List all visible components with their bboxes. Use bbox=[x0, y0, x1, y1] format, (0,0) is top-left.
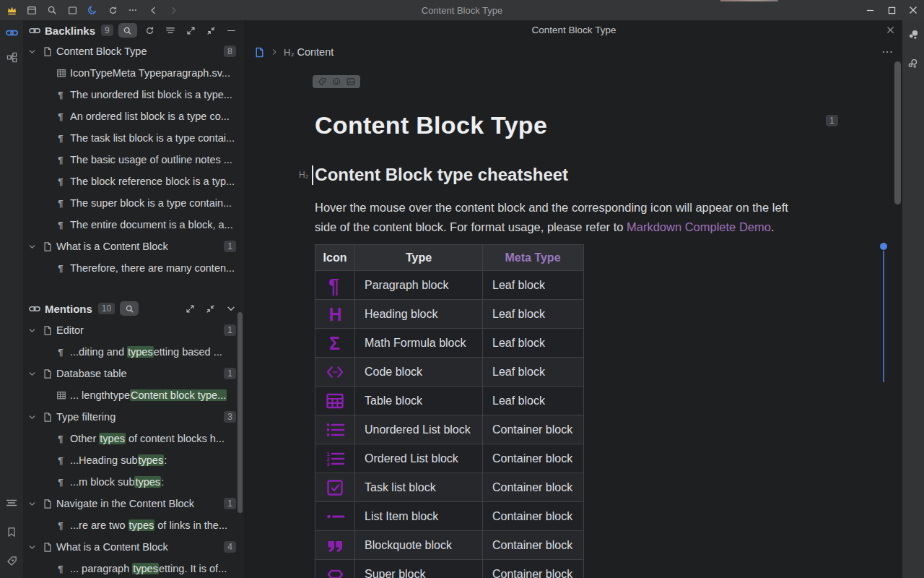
mention-item[interactable]: ¶ ...Heading subtypes: bbox=[23, 449, 245, 471]
bookmark-dock-icon[interactable] bbox=[0, 517, 23, 546]
doc-title[interactable]: Content Block Type bbox=[315, 111, 547, 139]
table-row[interactable]: ¶ Paragraph block Leaf block bbox=[315, 270, 583, 299]
daily-note-icon[interactable] bbox=[26, 4, 38, 16]
mention-item[interactable]: Type filtering 3 bbox=[23, 406, 245, 428]
mention-item[interactable]: ... lengthtypeContent block type... bbox=[23, 384, 245, 406]
backlink-item[interactable]: Content Block Type 8 bbox=[23, 40, 245, 62]
collapse-icon[interactable] bbox=[206, 26, 216, 35]
mention-item[interactable]: ¶ ...re are two types of links in the... bbox=[23, 514, 245, 536]
mention-item[interactable]: ¶ ... paragraph typesetting. It is of... bbox=[23, 558, 245, 578]
sidebar-scrollbar[interactable] bbox=[237, 312, 243, 513]
cell-meta-type[interactable]: Container block bbox=[482, 560, 583, 578]
table-row[interactable]: Unordered List block Container block bbox=[315, 415, 583, 444]
table-row[interactable]: H Heading block Leaf block bbox=[315, 299, 583, 328]
table-row[interactable]: 123 Ordered List block Container block bbox=[315, 444, 583, 473]
chevron-down-icon[interactable] bbox=[27, 499, 38, 509]
chevron-down-icon[interactable] bbox=[27, 413, 38, 422]
mention-item[interactable]: ¶ ...m block subtypes: bbox=[23, 471, 245, 493]
mentions-search-button[interactable] bbox=[120, 301, 139, 316]
cell-type[interactable]: Heading block bbox=[354, 300, 482, 328]
back-icon[interactable] bbox=[147, 4, 159, 16]
cell-meta-type[interactable]: Container block bbox=[482, 502, 583, 530]
collapse-icon[interactable] bbox=[206, 304, 215, 314]
chevron-down-icon[interactable] bbox=[27, 47, 38, 56]
cell-meta-type[interactable]: Container block bbox=[482, 444, 583, 473]
refresh-icon[interactable] bbox=[145, 26, 154, 35]
cell-meta-type[interactable]: Leaf block bbox=[482, 271, 583, 299]
expand-icon[interactable] bbox=[186, 304, 195, 314]
sync-icon[interactable] bbox=[107, 4, 118, 16]
tag-dock-icon[interactable] bbox=[0, 546, 23, 575]
cell-meta-type[interactable]: Container block bbox=[482, 473, 583, 501]
heading-block[interactable]: H₂ Content Block type cheatsheet bbox=[299, 165, 568, 185]
cell-type[interactable]: Super block bbox=[354, 560, 482, 578]
workspace-crown-icon[interactable] bbox=[6, 4, 17, 16]
minimize-button[interactable] bbox=[859, 0, 881, 20]
cell-type[interactable]: Ordered List block bbox=[354, 444, 482, 473]
cell-meta-type[interactable]: Leaf block bbox=[482, 300, 583, 328]
paragraph-block[interactable]: Hover the mouse over the content block a… bbox=[315, 198, 788, 237]
editor-scrollbar[interactable] bbox=[894, 61, 901, 204]
cell-type[interactable]: Table block bbox=[354, 387, 482, 415]
backlink-item[interactable]: ¶ The super block is a type contain... bbox=[23, 192, 245, 214]
link-markdown-complete-demo[interactable]: Markdown Complete Demo bbox=[627, 220, 771, 233]
chevron-down-icon[interactable] bbox=[27, 369, 38, 379]
table-row[interactable]: Table block Leaf block bbox=[315, 386, 583, 415]
plugin-circles-icon[interactable] bbox=[902, 49, 924, 78]
close-button[interactable] bbox=[902, 0, 924, 20]
backlinks-search-button[interactable] bbox=[118, 23, 137, 38]
table-row[interactable]: Super block Container block bbox=[315, 559, 583, 578]
theme-moon-icon[interactable] bbox=[87, 4, 98, 16]
backlink-item[interactable]: ¶ The entire document is a block, a... bbox=[23, 214, 245, 236]
cell-type[interactable]: Paragraph block bbox=[354, 271, 482, 299]
mention-item[interactable]: ¶ ...diting and typesetting based ... bbox=[23, 341, 245, 363]
breadcrumb-more-icon[interactable]: ⋯ bbox=[881, 45, 894, 59]
table-row[interactable]: Task list block Container block bbox=[315, 473, 583, 501]
backlink-item[interactable]: ¶ The task list block is a type contai..… bbox=[23, 127, 245, 149]
expand-doc-icon[interactable] bbox=[165, 25, 175, 35]
more-icon[interactable] bbox=[127, 4, 139, 16]
backlink-dock-icon[interactable] bbox=[0, 20, 23, 45]
tag-icon[interactable] bbox=[318, 77, 326, 86]
backlink-item[interactable]: ¶ The unordered list block is a type... bbox=[23, 84, 245, 105]
graph-dock-icon[interactable] bbox=[0, 45, 23, 69]
backlink-item[interactable]: IconTypeMeta Typeparagraph.sv... bbox=[23, 62, 245, 84]
chevron-down-icon[interactable] bbox=[27, 543, 38, 552]
doc-icon[interactable] bbox=[254, 47, 265, 58]
mention-item[interactable]: What is a Content Block 4 bbox=[23, 536, 245, 558]
cell-meta-type[interactable]: Leaf block bbox=[482, 358, 583, 386]
backlink-item[interactable]: ¶ Therefore, there are many conten... bbox=[23, 257, 245, 279]
mention-item[interactable]: ¶ Other types of content blocks h... bbox=[23, 428, 245, 449]
min-icon[interactable] bbox=[227, 26, 236, 35]
mention-item[interactable]: Database table 1 bbox=[23, 363, 245, 384]
cell-type[interactable]: Unordered List block bbox=[354, 415, 482, 444]
backlink-item[interactable]: ¶ The block reference block is a typ... bbox=[23, 171, 245, 192]
cell-type[interactable]: Blockquote block bbox=[354, 531, 482, 559]
chevron-down-icon[interactable] bbox=[226, 303, 236, 314]
sidebar-toggle-icon[interactable] bbox=[66, 4, 78, 16]
table-row[interactable]: Code block Leaf block bbox=[315, 357, 583, 386]
cell-type[interactable]: List Item block bbox=[354, 502, 482, 530]
editor-tab[interactable]: Content Block Type bbox=[245, 20, 902, 39]
content-type-table[interactable]: Icon Type Meta Type ¶ Paragraph block Le… bbox=[315, 244, 584, 578]
tab-close-icon[interactable] bbox=[885, 25, 895, 35]
cell-meta-type[interactable]: Leaf block bbox=[482, 387, 583, 415]
breadcrumb-heading-label[interactable]: Content bbox=[297, 46, 334, 58]
cell-meta-type[interactable]: Container block bbox=[482, 531, 583, 559]
backlink-item[interactable]: What is a Content Block 1 bbox=[23, 236, 245, 257]
cell-meta-type[interactable]: Leaf block bbox=[482, 329, 583, 357]
maximize-button[interactable] bbox=[881, 0, 902, 20]
cell-type[interactable]: Math Formula block bbox=[354, 329, 482, 357]
heading-text[interactable]: Content Block type cheatsheet bbox=[315, 165, 568, 185]
chevron-down-icon[interactable] bbox=[27, 326, 38, 335]
backlink-item[interactable]: ¶ The basic usage of outline notes ... bbox=[23, 149, 245, 171]
cell-meta-type[interactable]: Container block bbox=[482, 415, 583, 444]
cell-type[interactable]: Code block bbox=[354, 358, 482, 386]
mention-item[interactable]: Navigate in the Content Block 1 bbox=[23, 493, 245, 514]
image-icon[interactable] bbox=[346, 77, 355, 86]
expand-icon[interactable] bbox=[186, 26, 196, 35]
chevron-down-icon[interactable] bbox=[27, 242, 38, 251]
backlink-item[interactable]: ¶ An ordered list block is a type co... bbox=[23, 105, 245, 127]
cell-type[interactable]: Task list block bbox=[354, 473, 482, 501]
scroll-position-dot[interactable] bbox=[880, 243, 887, 250]
